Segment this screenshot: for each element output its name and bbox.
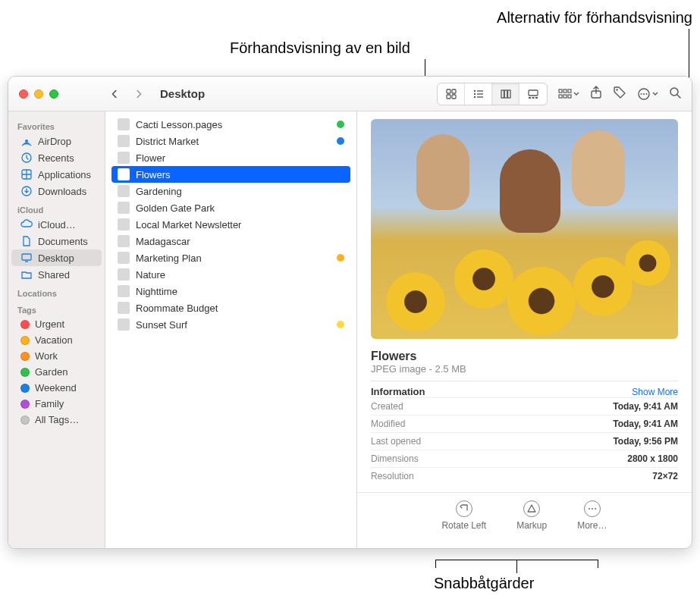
info-header: Information [371, 386, 425, 397]
sidebar-item-work[interactable]: Work [11, 348, 102, 364]
forward-button[interactable] [130, 85, 148, 103]
file-row[interactable]: Madagascar [111, 233, 350, 249]
svg-rect-11 [504, 90, 507, 98]
info-key: Dimensions [371, 453, 419, 464]
file-icon [118, 218, 130, 231]
sidebar-section-header: Tags [8, 300, 105, 316]
svg-rect-15 [532, 97, 535, 99]
info-value: 72×72 [652, 471, 678, 481]
close-window-button[interactable] [19, 89, 28, 99]
more-button[interactable] [637, 87, 658, 101]
sidebar-item-label: Garden [35, 366, 67, 378]
info-row: ModifiedToday, 9:41 AM [371, 415, 678, 432]
sidebar-item-urgent[interactable]: Urgent [11, 316, 102, 332]
file-row[interactable]: Nighttime [111, 283, 350, 300]
file-row[interactable]: Sunset Surf [111, 316, 350, 333]
file-row[interactable]: Flower [111, 149, 350, 166]
preview-image [371, 119, 678, 339]
file-name: District Market [136, 136, 199, 147]
tag-dot-icon [20, 368, 30, 377]
view-gallery-button[interactable] [520, 83, 547, 105]
minimize-window-button[interactable] [34, 89, 43, 99]
file-row[interactable]: Nature [111, 266, 350, 283]
tag-dot-icon [20, 320, 30, 329]
callout-quick-actions: Snabbåtgärder [434, 575, 534, 592]
file-row[interactable]: Roommate Budget [111, 300, 350, 316]
svg-point-35 [589, 508, 590, 510]
svg-point-28 [646, 93, 648, 95]
back-button[interactable] [105, 85, 124, 103]
svg-point-27 [643, 93, 645, 95]
sidebar-item-icloud-[interactable]: iCloud… [11, 216, 102, 233]
svg-rect-12 [507, 90, 510, 98]
sidebar-item-label: Urgent [35, 318, 64, 330]
sidebar-item-desktop[interactable]: Desktop [11, 249, 102, 266]
file-name: Nighttime [136, 286, 177, 297]
svg-rect-5 [477, 90, 483, 91]
zoom-window-button[interactable] [49, 89, 58, 99]
view-list-button[interactable] [465, 83, 492, 105]
svg-point-4 [473, 89, 475, 91]
view-mode-segment [437, 83, 548, 105]
group-by-button[interactable] [558, 83, 579, 105]
svg-rect-13 [529, 90, 538, 96]
file-row[interactable]: Flowers [111, 166, 350, 183]
info-value: 2800 x 1800 [627, 453, 678, 464]
file-row[interactable]: Local Market Newsletter [111, 216, 350, 233]
file-name: Golden Gate Park [136, 202, 215, 214]
sidebar-item-shared[interactable]: Shared [11, 266, 102, 283]
view-icon-button[interactable] [438, 83, 465, 105]
share-button[interactable] [590, 86, 602, 102]
file-name: Flower [136, 152, 165, 164]
file-list: Cacti Lesson.pagesDistrict MarketFlowerF… [105, 111, 357, 548]
file-name: Flowers [136, 169, 171, 180]
preview-subtitle: JPEG image - 2.5 MB [371, 363, 678, 375]
sidebar-item-airdrop[interactable]: AirDrop [11, 133, 102, 149]
quick-action-label: More… [577, 520, 607, 531]
info-key: Created [371, 401, 403, 412]
show-more-button[interactable]: Show More [632, 387, 678, 397]
file-row[interactable]: Golden Gate Park [111, 199, 350, 216]
file-row[interactable]: Cacti Lesson.pages [111, 116, 350, 133]
callout-preview-options: Alternativ för förhandsvisning [497, 9, 692, 27]
sidebar-item-weekend[interactable]: Weekend [11, 380, 102, 396]
sidebar-item-all-tags-[interactable]: All Tags… [11, 412, 102, 428]
svg-point-24 [616, 89, 617, 90]
file-row[interactable]: Marketing Plan [111, 249, 350, 266]
svg-point-6 [473, 93, 475, 94]
svg-rect-0 [447, 89, 450, 93]
downloads-icon [20, 185, 33, 197]
file-row[interactable]: District Market [111, 133, 350, 149]
sidebar-section-header: Locations [8, 283, 105, 300]
sidebar-item-recents[interactable]: Recents [11, 149, 102, 166]
sidebar-item-garden[interactable]: Garden [11, 364, 102, 380]
view-column-button[interactable] [492, 83, 520, 105]
svg-point-30 [25, 140, 28, 143]
sidebar-item-vacation[interactable]: Vacation [11, 332, 102, 348]
file-row[interactable]: Gardening [111, 183, 350, 199]
file-icon [118, 235, 130, 247]
file-name: Nature [136, 269, 165, 281]
finder-window: Desktop [8, 76, 692, 549]
sidebar-item-family[interactable]: Family [11, 396, 102, 412]
tags-button[interactable] [613, 86, 626, 102]
svg-rect-9 [477, 96, 483, 97]
quick-action-markup[interactable]: Markup [516, 500, 547, 531]
documents-icon [20, 235, 33, 247]
tag-dot-icon [20, 352, 30, 361]
info-key: Modified [371, 419, 405, 429]
file-icon [118, 268, 130, 281]
sidebar-section-header: Favorites [8, 116, 105, 133]
quick-action-rotate-left[interactable]: Rotate Left [441, 500, 486, 531]
svg-point-37 [595, 508, 596, 510]
svg-rect-1 [452, 89, 456, 93]
svg-rect-3 [452, 95, 456, 99]
sidebar-item-label: Recents [38, 152, 74, 164]
quick-action-more-[interactable]: More… [577, 500, 607, 531]
sidebar-item-downloads[interactable]: Downloads [11, 183, 102, 199]
search-button[interactable] [669, 86, 681, 101]
file-icon [118, 202, 130, 214]
file-tag-dot-icon [337, 137, 344, 145]
sidebar-item-applications[interactable]: Applications [11, 166, 102, 183]
sidebar-item-documents[interactable]: Documents [11, 233, 102, 249]
